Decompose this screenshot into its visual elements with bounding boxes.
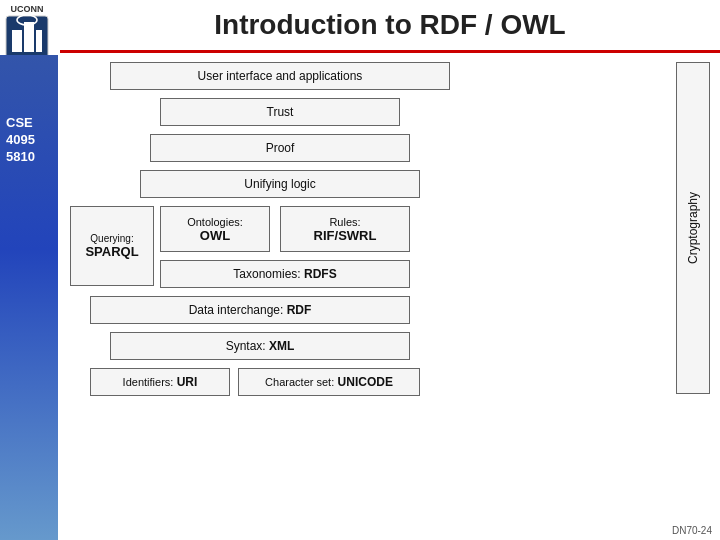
taxonomies-label: Taxonomies: (233, 267, 300, 281)
svg-rect-1 (12, 30, 22, 52)
page-title: Introduction to RDF / OWL (214, 9, 565, 41)
charset-label: Character set: (265, 376, 334, 388)
identifiers-value: URI (177, 375, 198, 389)
cse-line3: 5810 (6, 149, 35, 166)
sidebar-bar: CSE 4095 5810 (0, 55, 58, 540)
diagram: User interface and applications Trust Pr… (60, 58, 720, 520)
rules-box: Rules: RIF/SWRL (280, 206, 410, 252)
charset-box: Character set: UNICODE (238, 368, 420, 396)
taxonomies-value: RDFS (304, 267, 337, 281)
syntax-box: Syntax: XML (110, 332, 410, 360)
trust-box: Trust (160, 98, 400, 126)
data-interchange-value: RDF (287, 303, 312, 317)
logo-area: UCONN (4, 4, 50, 60)
cse-line2: 4095 (6, 132, 35, 149)
data-interchange-box: Data interchange: RDF (90, 296, 410, 324)
unifying-logic-box: Unifying logic (140, 170, 420, 198)
taxonomies-box: Taxonomies: RDFS (160, 260, 410, 288)
querying-value: SPARQL (85, 244, 138, 259)
title-underline (60, 50, 720, 53)
title-bar: Introduction to RDF / OWL (60, 0, 720, 50)
university-logo (4, 14, 50, 60)
svg-rect-2 (24, 22, 34, 52)
ontologies-box: Ontologies: OWL (160, 206, 270, 252)
querying-box: Querying: SPARQL (70, 206, 154, 286)
syntax-label: Syntax: (226, 339, 266, 353)
svg-rect-3 (36, 30, 42, 52)
slide-number: DN70-24 (672, 525, 712, 536)
rules-value: RIF/SWRL (314, 228, 377, 243)
proof-box: Proof (150, 134, 410, 162)
charset-value: UNICODE (338, 375, 393, 389)
cse-labels: CSE 4095 5810 (6, 115, 35, 166)
querying-label: Querying: (90, 233, 133, 244)
identifiers-label: Identifiers: (123, 376, 174, 388)
university-name: UCONN (11, 4, 44, 14)
identifiers-box: Identifiers: URI (90, 368, 230, 396)
cse-line1: CSE (6, 115, 35, 132)
syntax-value: XML (269, 339, 294, 353)
ontologies-value: OWL (200, 228, 230, 243)
user-interface-box: User interface and applications (110, 62, 450, 90)
rules-label: Rules: (329, 216, 360, 228)
ontologies-label: Ontologies: (187, 216, 243, 228)
cryptography-box: Cryptography (676, 62, 710, 394)
data-interchange-label: Data interchange: (189, 303, 284, 317)
